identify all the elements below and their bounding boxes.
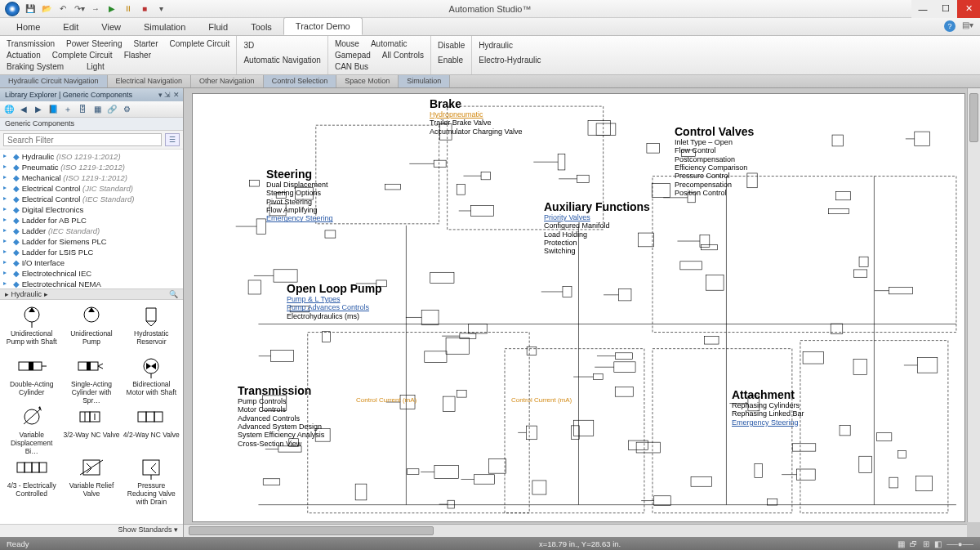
lib-tool-book-icon[interactable]: 📘 [47, 104, 59, 115]
subnav-electrical[interactable]: Electrical Navigation [108, 75, 192, 87]
horizontal-scrollbar[interactable] [184, 524, 967, 537]
tab-tools[interactable]: Tools [239, 19, 283, 35]
qat-stop-icon[interactable]: ■ [139, 3, 150, 15]
lib-tool-back-icon[interactable]: ◀ [18, 104, 29, 115]
subnav-space-motion[interactable]: Space Motion [336, 75, 399, 87]
lib-tool-add-icon[interactable]: ＋ [62, 104, 74, 115]
rb-gamepad[interactable]: Gamepad [335, 51, 371, 60]
qat-undo-icon[interactable]: ↶ [57, 3, 69, 15]
rb-can-bus[interactable]: CAN Bus [335, 62, 368, 71]
qat-save-icon[interactable]: 💾 [24, 3, 36, 15]
show-standards-button[interactable]: Show Standards ▾ [0, 524, 183, 537]
qat-redo-icon[interactable]: ↷▾ [74, 3, 85, 15]
tree-node[interactable]: ◆ Ladder (IEC Standard) [0, 226, 183, 236]
tree-node[interactable]: ◆ Hydraulic (ISO 1219-1:2012) [0, 151, 183, 162]
rb-enable[interactable]: Enable [438, 56, 463, 65]
rb-braking-system[interactable]: Braking System [7, 62, 64, 71]
lib-tool-link-icon[interactable]: 🔗 [106, 104, 118, 115]
tab-home[interactable]: Home [5, 19, 51, 35]
rb-flasher[interactable]: Flasher [124, 51, 151, 60]
link-emergency-steering-2[interactable]: Emergency Steering [732, 418, 804, 427]
lib-tool-globe-icon[interactable]: 🌐 [3, 104, 15, 115]
qat-forward-icon[interactable]: → [90, 3, 101, 15]
lib-tool-gear-icon[interactable]: ⚙ [121, 104, 132, 115]
tree-node[interactable]: ◆ Ladder for LSIS PLC [0, 247, 183, 257]
subnav-other[interactable]: Other Navigation [191, 75, 264, 87]
tab-edit[interactable]: Edit [51, 19, 90, 35]
link-pump-types[interactable]: Pump & L Types [287, 295, 382, 303]
palette-item[interactable]: 4/3 - Electrically Controlled [2, 454, 61, 504]
rb-starter[interactable]: Starter [133, 39, 158, 48]
diagram-canvas[interactable]: Brake Hydropneumatic Trailer Brake Valve… [192, 93, 965, 522]
tree-node[interactable]: ◆ Ladder for Siemens PLC [0, 236, 183, 247]
palette-item[interactable]: Single-Acting Cylinder with Spr… [61, 352, 121, 403]
palette-item[interactable]: Unidirectional Pump with Shaft [2, 302, 61, 352]
rb-hydraulic[interactable]: Hydraulic [479, 41, 513, 50]
rb-transmission[interactable]: Transmission [7, 39, 55, 48]
rb-electro-hydraulic[interactable]: Electro-Hydraulic [479, 56, 541, 65]
tree-node[interactable]: ◆ Digital Electronics [0, 204, 183, 215]
rb-power-steering[interactable]: Power Steering [66, 39, 122, 48]
link-hydropneumatic[interactable]: Hydropneumatic [430, 110, 522, 118]
link-emergency-steering-1[interactable]: Emergency Steering [266, 214, 333, 222]
magnify-icon[interactable]: 🔍 [169, 290, 178, 298]
search-input[interactable] [3, 133, 162, 146]
status-icon-4[interactable]: ◧ [934, 539, 942, 548]
status-icon-3[interactable]: ⊞ [923, 539, 929, 548]
tab-view[interactable]: View [90, 19, 132, 35]
tab-tractor-demo[interactable]: Tractor Demo [283, 17, 363, 35]
status-icon-2[interactable]: 🗗 [910, 539, 918, 548]
rb-automatic[interactable]: Automatic [371, 39, 407, 48]
qat-pause-icon[interactable]: ⏸ [122, 3, 134, 15]
status-icon-1[interactable]: ▦ [898, 539, 905, 548]
window-minimize-button[interactable]: — [911, 0, 934, 18]
tab-simulation[interactable]: Simulation [132, 19, 197, 35]
tree-node[interactable]: ◆ Electrical Control (IEC Standard) [0, 194, 183, 204]
search-options-button[interactable]: ☰ [165, 133, 180, 146]
vscroll-thumb[interactable] [969, 93, 978, 142]
lib-tool-db-icon[interactable]: 🗄 [77, 104, 88, 115]
palette-item[interactable]: Pressure Reducing Valve with Drain [122, 454, 181, 504]
tree-node[interactable]: ◆ Pneumatic (ISO 1219-1:2012) [0, 162, 183, 172]
tree-node[interactable]: ◆ Electrical Control (JIC Standard) [0, 183, 183, 194]
tree-node[interactable]: ◆ Electrotechnical NEMA [0, 279, 183, 288]
palette-item[interactable]: Variable Displacement Bi… [2, 403, 61, 454]
rb-actuation[interactable]: Actuation [7, 51, 41, 60]
hscroll-thumb[interactable] [189, 526, 434, 535]
tree-node[interactable]: ◆ Mechanical (ISO 1219-1:2012) [0, 172, 183, 183]
link-priority-valves[interactable]: Priority Valves [544, 213, 650, 221]
window-maximize-button[interactable]: ☐ [934, 0, 957, 18]
pin-icon[interactable]: ▾ ⇲ ✕ [158, 91, 180, 99]
help-icon[interactable]: ? [944, 20, 956, 32]
rb-all-controls[interactable]: All Controls [382, 51, 424, 60]
window-close-button[interactable]: ✕ [957, 0, 980, 18]
rb-3d[interactable]: 3D [243, 41, 254, 50]
link-pump-advances[interactable]: Pump Advances Controls [287, 303, 382, 311]
subnav-simulation[interactable]: Simulation [399, 75, 450, 87]
subnav-control-selection[interactable]: Control Selection [264, 75, 337, 87]
lib-tool-fwd-icon[interactable]: ▶ [33, 104, 44, 115]
category-breadcrumb[interactable]: ▸ Hydraulic ▸🔍 [0, 288, 183, 300]
tree-node[interactable]: ◆ Ladder for AB PLC [0, 215, 183, 226]
palette-item[interactable]: 3/2-Way NC Valve [61, 403, 121, 454]
subnav-hydraulic[interactable]: Hydraulic Circuit Navigation [0, 75, 108, 87]
rb-disable[interactable]: Disable [438, 41, 465, 50]
palette-item[interactable]: 4/2-Way NC Valve [122, 403, 181, 454]
palette-item[interactable]: Unidirectional Pump [61, 302, 121, 352]
rb-complete-circuit-1[interactable]: Complete Circuit [169, 39, 229, 48]
ribbon-menu-icon[interactable]: ▤▾ [962, 20, 973, 29]
component-tree[interactable]: ◆ Hydraulic (ISO 1219-1:2012)◆ Pneumatic… [0, 150, 183, 288]
qat-open-icon[interactable]: 📂 [41, 3, 52, 15]
lib-tool-grid-icon[interactable]: ▦ [91, 104, 103, 115]
rb-auto-nav[interactable]: Automatic Navigation [243, 56, 321, 65]
palette-item[interactable]: Double-Acting Cylinder [2, 352, 61, 403]
qat-more-icon[interactable]: ▾ [155, 3, 167, 15]
status-zoom-slider[interactable]: ──●── [947, 539, 973, 548]
vertical-scrollbar[interactable] [967, 88, 980, 522]
library-tab[interactable]: Generic Components [0, 118, 183, 131]
palette-item[interactable]: Variable Relief Valve [61, 454, 121, 504]
qat-play-icon[interactable]: ▶ [106, 3, 118, 15]
tab-fluid[interactable]: Fluid [197, 19, 239, 35]
rb-mouse[interactable]: Mouse [335, 39, 359, 48]
rb-complete-circuit-2[interactable]: Complete Circuit [52, 51, 113, 60]
